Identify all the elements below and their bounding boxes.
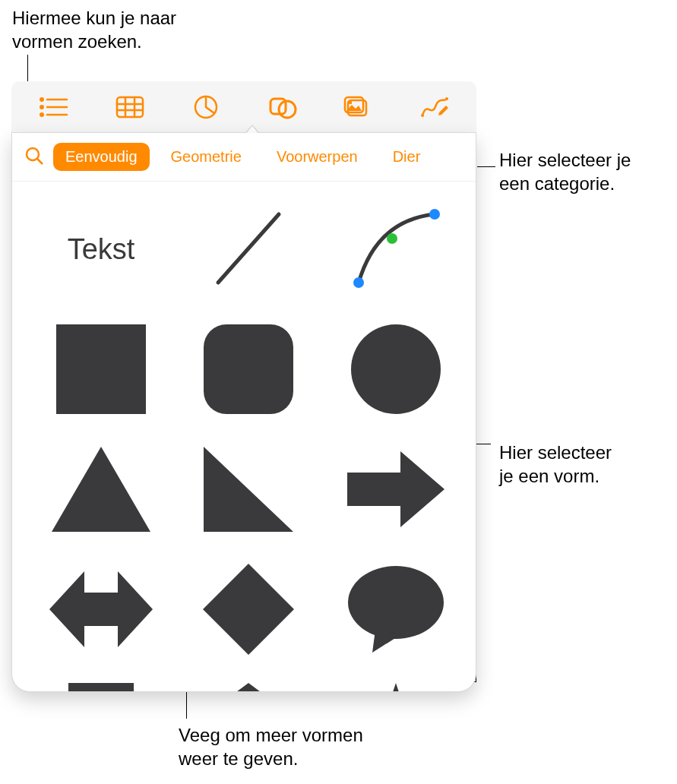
callout-swipe: Veeg om meer vormen weer te geven. (179, 723, 363, 770)
arrow-right-shape[interactable] (337, 440, 454, 539)
callout-search: Hiermee kun je naar vormen zoeken. (12, 6, 176, 53)
star-shape[interactable] (337, 680, 454, 692)
svg-point-2 (40, 105, 44, 109)
chart-icon[interactable] (168, 81, 244, 132)
svg-point-17 (421, 114, 424, 117)
shapes-popover: Eenvoudig Geometrie Voorwerpen Dier Teks… (11, 133, 476, 692)
svg-rect-26 (204, 324, 293, 414)
arrow-bidir-shape[interactable] (43, 560, 160, 659)
svg-marker-32 (203, 564, 294, 655)
svg-line-20 (37, 159, 43, 164)
svg-line-21 (218, 214, 279, 283)
svg-point-0 (40, 97, 44, 102)
svg-point-19 (27, 148, 39, 160)
svg-marker-28 (52, 447, 150, 532)
svg-point-18 (445, 97, 448, 100)
diamond-shape[interactable] (190, 560, 307, 659)
shapes-grid[interactable]: Tekst (12, 182, 476, 692)
list-icon[interactable] (16, 81, 92, 132)
callout-category: Hier selecteer je een categorie. (499, 148, 631, 195)
curve-shape[interactable] (337, 200, 454, 299)
category-geometrie[interactable]: Geometrie (159, 143, 254, 171)
svg-point-13 (279, 101, 296, 118)
rounded-square-shape[interactable] (190, 320, 307, 419)
category-eenvoudig[interactable]: Eenvoudig (53, 143, 150, 171)
category-bar: Eenvoudig Geometrie Voorwerpen Dier (12, 133, 476, 182)
svg-marker-30 (347, 451, 444, 527)
media-icon[interactable] (320, 81, 396, 132)
right-triangle-shape[interactable] (190, 440, 307, 539)
svg-marker-36 (345, 683, 447, 692)
svg-point-24 (387, 233, 397, 244)
hat-shape[interactable] (43, 680, 160, 692)
svg-rect-6 (117, 97, 143, 117)
svg-point-27 (351, 324, 441, 414)
callout-category-line (477, 166, 495, 167)
callout-swipe-line (186, 690, 187, 719)
text-shape[interactable]: Tekst (43, 200, 160, 299)
svg-point-23 (429, 209, 440, 220)
callout-shape: Hier selecteer je een vorm. (499, 441, 612, 488)
pentagon-shape[interactable] (190, 680, 307, 692)
draw-icon[interactable] (396, 81, 472, 132)
triangle-shape[interactable] (43, 440, 160, 539)
search-icon[interactable] (24, 146, 44, 169)
text-shape-label: Tekst (68, 233, 135, 266)
svg-marker-29 (204, 447, 293, 532)
svg-point-16 (349, 100, 353, 104)
table-icon[interactable] (92, 81, 168, 132)
category-voorwerpen[interactable]: Voorwerpen (264, 143, 370, 171)
category-dier[interactable]: Dier (381, 143, 433, 171)
svg-point-4 (40, 112, 44, 117)
svg-rect-25 (56, 324, 146, 414)
svg-marker-35 (201, 683, 296, 692)
line-shape[interactable] (190, 200, 307, 299)
svg-point-22 (353, 277, 364, 288)
circle-shape[interactable] (337, 320, 454, 419)
speech-bubble-shape[interactable] (337, 560, 454, 659)
square-shape[interactable] (43, 320, 160, 419)
svg-marker-31 (49, 571, 153, 647)
svg-point-33 (348, 566, 444, 639)
